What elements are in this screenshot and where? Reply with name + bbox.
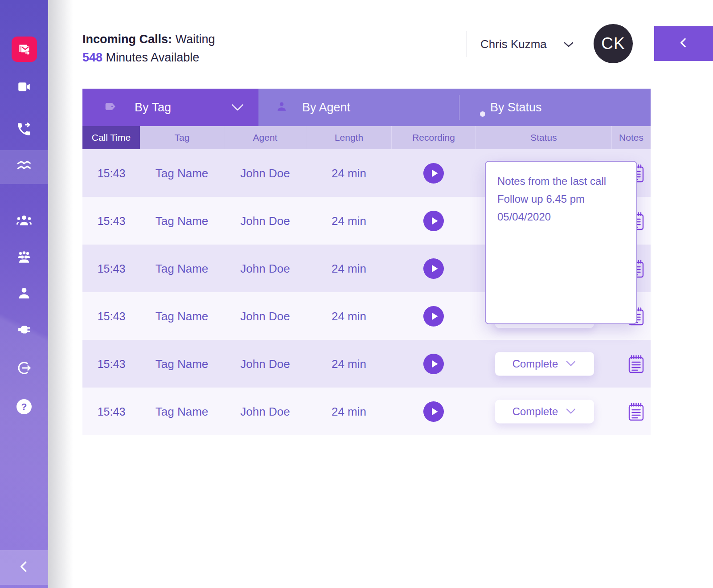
page-title: Incoming Calls: Waiting 548 Minutes Avai… bbox=[82, 30, 215, 67]
avatar[interactable]: CK bbox=[594, 24, 633, 63]
tag-cell: Tag Name bbox=[156, 214, 209, 228]
agent-icon bbox=[275, 99, 289, 115]
table-row: 15:43 Tag Name John Doe 24 min Complete bbox=[82, 340, 651, 388]
status-dropdown-label: Complete bbox=[512, 405, 558, 418]
column-header-recording[interactable]: Recording bbox=[392, 126, 475, 149]
call-time-cell: 15:43 bbox=[98, 310, 126, 323]
tab-by-tag-label: By Tag bbox=[135, 101, 171, 114]
table-header: Call Time Tag Agent Length Recording Sta… bbox=[82, 126, 651, 149]
column-header-agent[interactable]: Agent bbox=[224, 126, 306, 149]
play-recording-button[interactable] bbox=[423, 163, 444, 184]
tag-cell: Tag Name bbox=[156, 166, 209, 180]
chevron-left-icon bbox=[17, 559, 31, 576]
minutes-value: 548 bbox=[82, 51, 102, 64]
app-window: ? Incoming Calls: Waiting 548 Minutes Av… bbox=[0, 0, 713, 588]
call-time-cell: 15:43 bbox=[98, 405, 126, 418]
status-cell: Complete bbox=[495, 400, 594, 423]
sidebar-collapse-button[interactable] bbox=[0, 550, 48, 585]
sidebar-item-team[interactable] bbox=[0, 212, 48, 230]
notes-popover: Notes from the last call Follow up 6.45 … bbox=[485, 161, 637, 324]
play-recording-button[interactable] bbox=[423, 258, 444, 279]
sidebar-item-activity[interactable] bbox=[0, 157, 48, 175]
notes-popover-line: Follow up 6.45 pm bbox=[497, 190, 625, 208]
tab-by-status-label: By Status bbox=[490, 101, 542, 114]
sidebar-item-calls[interactable] bbox=[0, 121, 48, 139]
agent-cell: John Doe bbox=[240, 404, 290, 418]
sidebar-item-logout[interactable] bbox=[0, 360, 48, 378]
length-cell: 24 min bbox=[332, 309, 366, 323]
agent-cell: John Doe bbox=[240, 214, 290, 228]
call-time-cell: 15:43 bbox=[98, 167, 126, 180]
play-recording-button[interactable] bbox=[423, 354, 444, 374]
status-dropdown-label: Complete bbox=[512, 358, 558, 370]
sidebar: ? bbox=[0, 0, 48, 588]
team-icon bbox=[15, 212, 33, 231]
column-header-notes[interactable]: Notes bbox=[612, 126, 651, 149]
logout-icon bbox=[16, 360, 32, 378]
chevron-down-icon bbox=[229, 103, 246, 114]
back-button[interactable] bbox=[654, 26, 713, 61]
tab-by-status[interactable]: By Status bbox=[459, 89, 651, 126]
tag-cell: Tag Name bbox=[156, 309, 209, 323]
length-cell: 24 min bbox=[332, 357, 366, 371]
help-icon: ? bbox=[16, 399, 32, 414]
chevron-down-icon[interactable] bbox=[562, 40, 575, 51]
tab-by-agent[interactable]: By Agent bbox=[258, 89, 459, 126]
call-time-cell: 15:43 bbox=[98, 214, 126, 227]
notes-icon[interactable] bbox=[627, 354, 646, 374]
notes-popover-line: 05/04/2020 bbox=[497, 208, 625, 226]
sidebar-item-logo[interactable] bbox=[0, 37, 48, 62]
length-cell: 24 min bbox=[332, 166, 366, 180]
column-header-status[interactable]: Status bbox=[475, 126, 612, 149]
mail-forward-icon bbox=[12, 37, 37, 62]
call-time-cell: 15:43 bbox=[98, 357, 126, 370]
status-dropdown[interactable]: Complete bbox=[495, 400, 594, 423]
filter-tabbar: By Tag By Agent By Status bbox=[82, 89, 651, 126]
agent-cell: John Doe bbox=[240, 357, 290, 371]
tag-cell: Tag Name bbox=[156, 261, 209, 275]
sidebar-item-profile[interactable] bbox=[0, 285, 48, 303]
activity-waves-icon bbox=[16, 157, 33, 176]
page-title-status: Waiting bbox=[172, 33, 215, 46]
group-crowd-icon bbox=[15, 249, 33, 268]
play-recording-button[interactable] bbox=[423, 306, 444, 327]
chevron-down-icon bbox=[565, 360, 577, 368]
sidebar-shadow bbox=[48, 0, 73, 588]
tab-by-tag[interactable]: By Tag bbox=[82, 89, 258, 126]
tag-icon bbox=[103, 99, 118, 115]
play-recording-button[interactable] bbox=[423, 401, 444, 422]
header-divider bbox=[467, 31, 467, 57]
person-icon bbox=[16, 285, 33, 303]
column-header-length[interactable]: Length bbox=[306, 126, 392, 149]
sidebar-item-help[interactable]: ? bbox=[0, 399, 48, 414]
chevron-down-icon bbox=[565, 408, 577, 416]
agent-cell: John Doe bbox=[240, 166, 290, 180]
length-cell: 24 min bbox=[332, 404, 366, 418]
sidebar-item-video[interactable] bbox=[0, 79, 48, 96]
tab-by-agent-label: By Agent bbox=[302, 101, 350, 114]
sidebar-item-integrations[interactable] bbox=[0, 322, 48, 339]
notes-popover-line: Notes from the last call bbox=[497, 172, 625, 190]
agent-cell: John Doe bbox=[240, 309, 290, 323]
user-menu[interactable]: Chris Kuzma bbox=[480, 37, 547, 51]
length-cell: 24 min bbox=[332, 214, 366, 228]
sidebar-item-group[interactable] bbox=[0, 249, 48, 267]
plug-icon bbox=[16, 322, 32, 339]
status-cell: Complete bbox=[495, 352, 594, 376]
status-dropdown[interactable]: Complete bbox=[495, 352, 594, 376]
call-time-cell: 15:43 bbox=[98, 262, 126, 275]
minutes-label: Minutes Available bbox=[102, 51, 199, 64]
table-row: 15:43 Tag Name John Doe 24 min Complete bbox=[82, 388, 651, 435]
play-recording-button[interactable] bbox=[423, 211, 444, 231]
column-header-call-time[interactable]: Call Time bbox=[82, 126, 140, 149]
length-cell: 24 min bbox=[332, 261, 366, 275]
notes-icon[interactable] bbox=[627, 401, 646, 422]
page-title-bold: Incoming Calls: bbox=[82, 33, 172, 46]
agent-cell: John Doe bbox=[240, 261, 290, 275]
phone-forward-icon bbox=[16, 121, 32, 139]
tag-cell: Tag Name bbox=[156, 404, 209, 418]
video-call-icon bbox=[16, 79, 32, 97]
tag-cell: Tag Name bbox=[156, 357, 209, 371]
column-header-tag[interactable]: Tag bbox=[140, 126, 224, 149]
chevron-left-icon bbox=[678, 35, 689, 52]
